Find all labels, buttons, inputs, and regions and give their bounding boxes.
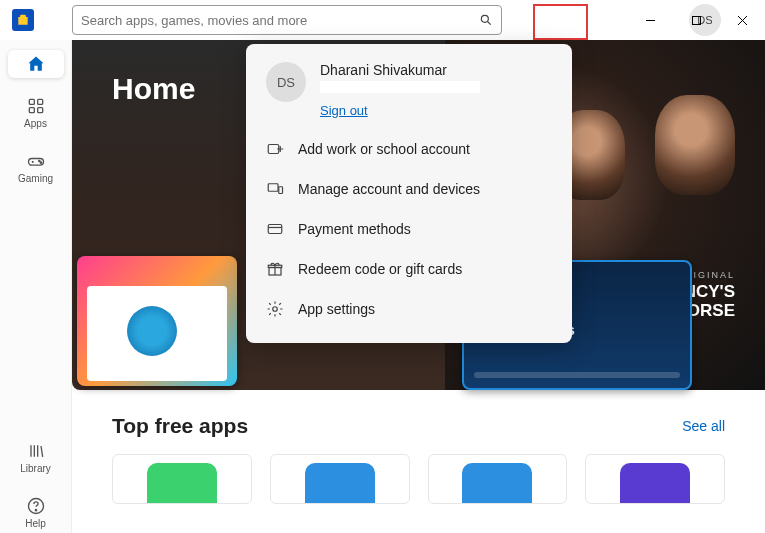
store-app-icon: [12, 9, 34, 31]
flyout-item-redeem[interactable]: Redeem code or gift cards: [246, 249, 572, 289]
sidebar-item-help[interactable]: Help: [8, 492, 64, 533]
featured-tile-app[interactable]: [77, 256, 237, 386]
sign-out-link[interactable]: Sign out: [320, 103, 368, 118]
window-maximize-button[interactable]: [673, 0, 719, 40]
sidebar-item-library[interactable]: Library: [8, 437, 64, 478]
window-minimize-button[interactable]: [627, 0, 673, 40]
app-card[interactable]: [270, 454, 410, 504]
svg-rect-23: [279, 187, 283, 194]
devices-icon: [266, 180, 284, 198]
sidebar-item-home[interactable]: [8, 50, 64, 78]
flyout-item-manage-account[interactable]: Manage account and devices: [246, 169, 572, 209]
sidebar-item-apps[interactable]: Apps: [8, 92, 64, 133]
svg-rect-6: [29, 99, 34, 104]
svg-point-20: [35, 510, 36, 511]
gear-icon: [266, 300, 284, 318]
flyout-item-label: Manage account and devices: [298, 181, 480, 197]
payment-icon: [266, 220, 284, 238]
app-card[interactable]: [585, 454, 725, 504]
app-card[interactable]: [428, 454, 568, 504]
sidebar-item-label: Help: [25, 518, 46, 529]
svg-rect-21: [268, 145, 279, 154]
flyout-item-label: Redeem code or gift cards: [298, 261, 462, 277]
see-all-link[interactable]: See all: [682, 418, 725, 434]
sidebar-item-label: Library: [20, 463, 51, 474]
svg-rect-9: [37, 108, 42, 113]
svg-point-0: [481, 15, 488, 22]
sidebar: Apps Gaming Library Help: [0, 40, 72, 533]
svg-point-13: [38, 160, 39, 161]
svg-rect-7: [37, 99, 42, 104]
profile-flyout: DS Dharani Shivakumar Sign out Add work …: [246, 44, 572, 343]
gift-icon: [266, 260, 284, 278]
sidebar-item-label: Apps: [24, 118, 47, 129]
svg-point-14: [40, 162, 41, 163]
sidebar-item-gaming[interactable]: Gaming: [8, 147, 64, 188]
sidebar-item-label: Gaming: [18, 173, 53, 184]
svg-point-29: [273, 307, 278, 312]
svg-line-1: [488, 22, 491, 25]
add-account-icon: [266, 140, 284, 158]
flyout-item-settings[interactable]: App settings: [246, 289, 572, 329]
svg-rect-22: [268, 184, 278, 192]
flyout-user-email: [320, 81, 480, 93]
search-icon: [479, 13, 493, 27]
section-heading-top-free-apps: Top free apps: [112, 414, 248, 438]
svg-line-18: [41, 446, 43, 457]
flyout-item-add-account[interactable]: Add work or school account: [246, 129, 572, 169]
app-card[interactable]: [112, 454, 252, 504]
flyout-user-name: Dharani Shivakumar: [320, 62, 480, 78]
flyout-item-label: Add work or school account: [298, 141, 470, 157]
window-close-button[interactable]: [719, 0, 765, 40]
flyout-avatar: DS: [266, 62, 306, 102]
flyout-item-label: Payment methods: [298, 221, 411, 237]
svg-rect-3: [692, 16, 700, 24]
svg-rect-24: [268, 225, 282, 234]
search-box[interactable]: [72, 5, 502, 35]
search-input[interactable]: [81, 13, 479, 28]
page-title: Home: [112, 72, 195, 106]
svg-rect-8: [29, 108, 34, 113]
flyout-item-payment[interactable]: Payment methods: [246, 209, 572, 249]
flyout-item-label: App settings: [298, 301, 375, 317]
